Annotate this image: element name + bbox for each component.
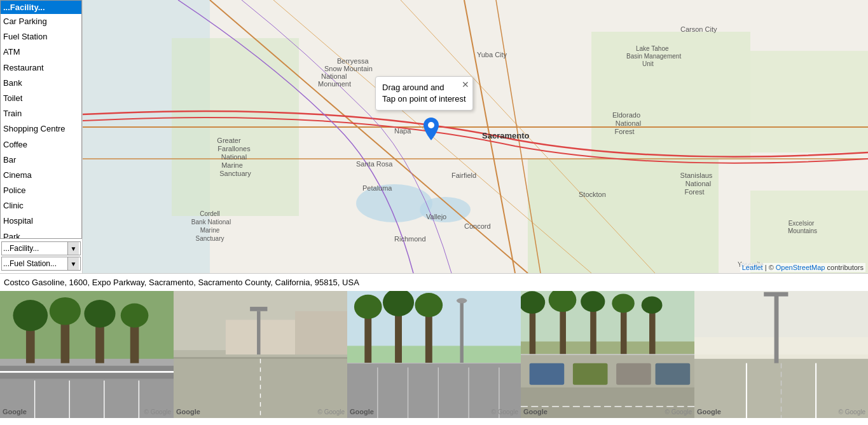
svg-text:Lake Tahoe: Lake Tahoe: [636, 45, 669, 52]
facility-item-1[interactable]: Fuel Station: [1, 29, 81, 44]
svg-rect-99: [530, 307, 536, 354]
svg-text:Sanctuary: Sanctuary: [219, 170, 251, 177]
facility-item-0[interactable]: Car Parking: [1, 14, 81, 29]
svg-text:Napa: Napa: [394, 127, 411, 135]
facility-item-14[interactable]: Park: [1, 229, 81, 239]
facility-list[interactable]: ...Facility... Car ParkingFuel StationAT…: [0, 0, 82, 239]
osm-link[interactable]: OpenStreetMap: [776, 264, 825, 271]
google-logo-3: Google: [350, 408, 374, 415]
google-logo-5: Google: [697, 408, 721, 415]
facility-item-13[interactable]: Hospital: [1, 213, 81, 229]
tooltip-line1: Drag around and: [382, 82, 466, 93]
streetview-image-5[interactable]: Google © Google: [694, 291, 868, 418]
facility-item-4[interactable]: Bank: [1, 76, 81, 91]
streetview-image-2[interactable]: Google © Google: [174, 291, 347, 418]
svg-point-63: [121, 303, 149, 327]
svg-text:National: National: [685, 180, 711, 187]
facility-dropdown-arrow[interactable]: ▼: [67, 242, 79, 255]
address-bar: Costco Gasoline, 1600, Expo Parkway, Sac…: [0, 273, 868, 291]
fuel-station-dropdown[interactable]: ...Fuel Station... ▼: [1, 257, 81, 271]
streetview-section: Google © Google Google © Google: [0, 291, 868, 418]
svg-rect-98: [521, 291, 694, 342]
svg-text:Sanctuary: Sanctuary: [195, 235, 224, 242]
sidebar: ...Facility... Car ParkingFuel StationAT…: [0, 0, 83, 273]
facility-item-10[interactable]: Cinema: [1, 168, 81, 183]
facility-dropdown-label: ...Facility...: [3, 244, 67, 253]
facility-item-3[interactable]: Restaurant: [1, 60, 81, 76]
tooltip-box: ✕ Drag around and Tap on point of intere…: [375, 76, 473, 111]
facility-item-9[interactable]: Bar: [1, 152, 81, 168]
facility-item-12[interactable]: Clinic: [1, 198, 81, 213]
svg-point-104: [581, 291, 605, 312]
attribution-contributors: contributors: [825, 264, 864, 271]
svg-point-86: [415, 293, 443, 317]
svg-text:Basin Management: Basin Management: [626, 53, 681, 60]
svg-rect-87: [460, 302, 463, 363]
svg-text:Richmond: Richmond: [394, 235, 426, 243]
copyright-5: © Google: [839, 408, 865, 415]
map-marker[interactable]: [424, 118, 439, 142]
svg-text:Fairfield: Fairfield: [451, 172, 476, 179]
svg-point-52: [428, 122, 434, 128]
svg-rect-114: [656, 363, 691, 385]
facility-list-header[interactable]: ...Facility...: [1, 1, 81, 14]
address-text: Costco Gasoline, 1600, Expo Parkway, Sac…: [4, 278, 359, 287]
svg-rect-111: [530, 363, 565, 385]
svg-text:Cordell: Cordell: [200, 210, 220, 217]
map-container[interactable]: Berryessa Snow Mountain National Monumen…: [83, 0, 868, 273]
tooltip-line2: Tap on point of interest: [382, 93, 466, 105]
svg-point-61: [84, 300, 115, 328]
streetview-image-3[interactable]: Google © Google: [347, 291, 521, 418]
svg-point-82: [354, 295, 382, 319]
svg-text:Bank National: Bank National: [191, 219, 231, 226]
tooltip-close-button[interactable]: ✕: [462, 79, 469, 91]
svg-text:Snow Mountain: Snow Mountain: [324, 65, 373, 72]
svg-rect-3: [591, 32, 750, 159]
facility-item-2[interactable]: ATM: [1, 44, 81, 60]
svg-rect-76: [250, 307, 267, 311]
svg-rect-112: [573, 363, 608, 385]
svg-rect-81: [364, 311, 371, 363]
map-attribution: Leaflet | © OpenStreetMap contributors: [740, 263, 865, 272]
svg-text:National: National: [321, 72, 347, 80]
svg-text:Farallones: Farallones: [217, 145, 251, 152]
svg-rect-105: [621, 307, 627, 354]
leaflet-link[interactable]: Leaflet: [742, 264, 763, 271]
svg-text:Monument: Monument: [318, 80, 351, 88]
google-logo-1: Google: [3, 408, 27, 415]
svg-text:National: National: [221, 153, 247, 161]
svg-rect-85: [425, 309, 432, 363]
facility-item-6[interactable]: Train: [1, 106, 81, 121]
svg-text:Marine: Marine: [221, 161, 243, 169]
svg-text:Carson City: Carson City: [680, 25, 717, 33]
svg-rect-121: [775, 293, 779, 363]
svg-text:Eldorado: Eldorado: [612, 111, 640, 119]
facility-dropdown[interactable]: ...Facility... ▼: [1, 241, 81, 255]
svg-text:Forest: Forest: [614, 128, 634, 135]
svg-text:Forest: Forest: [684, 188, 704, 196]
svg-rect-113: [616, 363, 651, 385]
svg-text:National: National: [616, 119, 641, 127]
facility-item-7[interactable]: Shopping Centre: [1, 121, 81, 137]
svg-text:Yuba City: Yuba City: [477, 51, 507, 58]
svg-text:Santa Rosa: Santa Rosa: [356, 160, 393, 168]
svg-point-57: [13, 300, 48, 331]
svg-text:Mountains: Mountains: [788, 227, 817, 234]
map-svg: Berryessa Snow Mountain National Monumen…: [83, 0, 868, 273]
svg-text:Marine: Marine: [200, 227, 220, 234]
facility-item-8[interactable]: Coffee: [1, 137, 81, 152]
facility-item-5[interactable]: Toilet: [1, 91, 81, 106]
streetview-image-4[interactable]: Google © Google: [521, 291, 694, 418]
svg-point-106: [612, 293, 634, 313]
svg-rect-75: [257, 311, 260, 354]
svg-text:Greater: Greater: [217, 137, 241, 144]
streetview-image-1[interactable]: Google © Google: [0, 291, 174, 418]
copyright-4: © Google: [665, 408, 692, 415]
google-logo-2: Google: [176, 408, 200, 415]
svg-rect-103: [590, 306, 596, 354]
fuel-station-dropdown-arrow[interactable]: ▼: [67, 257, 79, 270]
facility-item-11[interactable]: Police: [1, 183, 81, 198]
svg-rect-5: [750, 51, 868, 152]
top-section: ...Facility... Car ParkingFuel StationAT…: [0, 0, 868, 273]
main-container: ...Facility... Car ParkingFuel StationAT…: [0, 0, 868, 425]
